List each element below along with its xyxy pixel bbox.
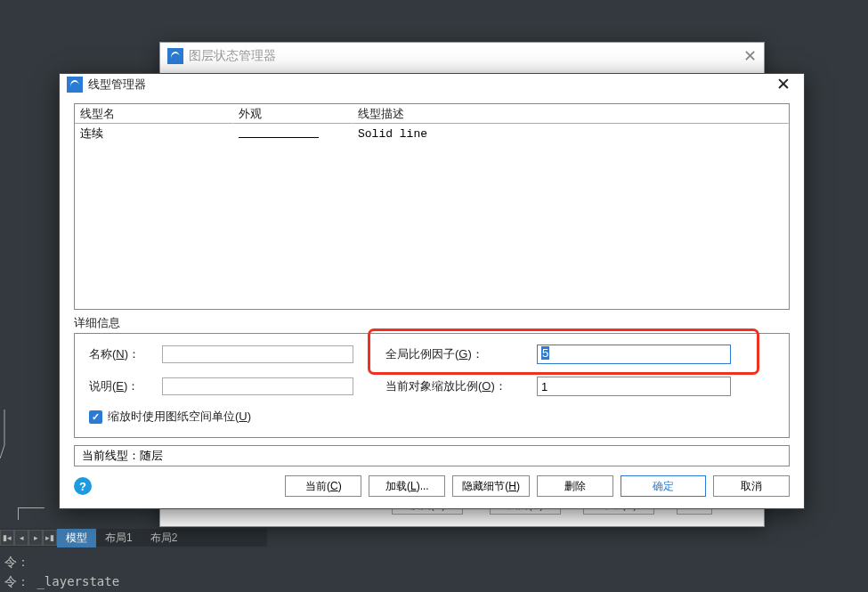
linetype-grid[interactable]: 线型名 外观 线型描述 连续 Solid line: [74, 103, 790, 310]
tab-nav-prev-icon[interactable]: ◂: [14, 530, 28, 546]
obj-scale-label: 当前对象缩放比例(O)：: [385, 378, 537, 394]
tab-layout1[interactable]: 布局1: [96, 529, 142, 547]
cell-desc: Solid line: [353, 124, 789, 143]
app-icon: [67, 77, 83, 93]
global-scale-label: 全局比例因子(G)：: [385, 346, 537, 362]
bg-cursor: [18, 507, 45, 520]
tab-nav-next-icon[interactable]: ▸: [28, 530, 43, 546]
linetype-manager-dialog: 线型管理器 ✕ 线型名 外观 线型描述 连续 Solid line 详细信息 名…: [59, 73, 805, 509]
delete-button[interactable]: 删除: [537, 475, 613, 497]
hide-details-button[interactable]: 隐藏细节(H): [452, 475, 530, 497]
desc-field[interactable]: [162, 377, 353, 395]
dialog-titlebar[interactable]: 线型管理器 ✕: [60, 74, 804, 94]
cell-name: 连续: [75, 124, 233, 143]
help-icon[interactable]: ?: [74, 477, 92, 495]
paper-units-checkbox[interactable]: ✓: [89, 410, 102, 424]
table-row[interactable]: 连续 Solid line: [75, 124, 789, 143]
set-current-button[interactable]: 当前(C): [285, 475, 361, 497]
command-line-2[interactable]: 令： _layerstate: [4, 574, 119, 590]
desc-label: 说明(E)：: [89, 378, 162, 394]
cell-appearance: [233, 124, 353, 143]
tab-model[interactable]: 模型: [57, 529, 96, 547]
ok-button[interactable]: 确定: [621, 475, 706, 497]
header-name[interactable]: 线型名: [75, 104, 233, 124]
svg-line-1: [0, 445, 4, 458]
back-dialog-title: 图层状态管理器: [189, 48, 276, 64]
command-line-1: 令：: [4, 555, 29, 571]
back-dialog-close-icon[interactable]: ✕: [743, 46, 757, 66]
cancel-button[interactable]: 取消: [713, 475, 790, 497]
tab-layout2[interactable]: 布局2: [142, 529, 187, 547]
close-icon[interactable]: ✕: [770, 74, 797, 94]
name-field[interactable]: [162, 345, 353, 363]
load-button[interactable]: 加载(L)...: [369, 475, 445, 497]
header-desc[interactable]: 线型描述: [353, 104, 789, 124]
paper-units-label: 缩放时使用图纸空间单位(U): [108, 409, 251, 425]
bg-shape: [0, 410, 27, 463]
layout-tabs: ▮◂ ◂ ▸ ▸▮ 模型 布局1 布局2: [0, 529, 267, 547]
current-linetype-value: 随层: [140, 448, 163, 464]
current-linetype-status: 当前线型： 随层: [74, 445, 790, 466]
paper-units-checkbox-row[interactable]: ✓ 缩放时使用图纸空间单位(U): [89, 409, 775, 425]
details-group: 名称(N)： 全局比例因子(G)： 5 说明(E)： 当前对象缩放比例(O)： …: [74, 333, 790, 438]
name-label: 名称(N)：: [89, 346, 162, 362]
grid-header: 线型名 外观 线型描述: [75, 104, 789, 124]
details-group-label: 详细信息: [74, 315, 790, 331]
tab-nav-last-icon[interactable]: ▸▮: [43, 530, 57, 546]
current-linetype-label: 当前线型：: [82, 448, 140, 464]
header-appearance[interactable]: 外观: [233, 104, 353, 124]
tab-nav-first-icon[interactable]: ▮◂: [0, 530, 14, 546]
app-icon: [167, 48, 183, 64]
back-dialog-titlebar[interactable]: 图层状态管理器 ✕: [160, 43, 764, 69]
global-scale-field[interactable]: 5: [537, 345, 731, 364]
obj-scale-field[interactable]: [537, 377, 731, 396]
dialog-title: 线型管理器: [88, 77, 146, 93]
